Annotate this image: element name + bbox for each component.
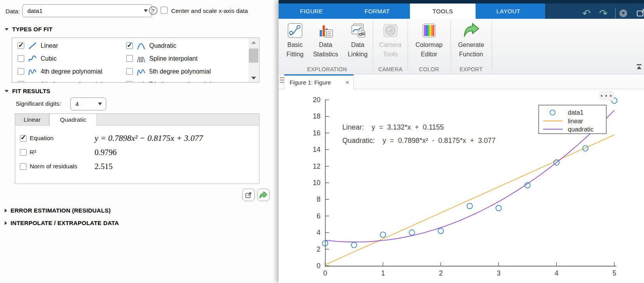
data-point[interactable] bbox=[351, 242, 357, 248]
fit-type-checkbox[interactable] bbox=[126, 55, 133, 62]
camera-tools-icon bbox=[381, 22, 399, 40]
data-linking-button[interactable]: DataLinking bbox=[343, 19, 372, 58]
basic-fitting-button[interactable]: BasicFitting bbox=[282, 19, 308, 58]
center-scale-label: Center and scale x-axis data bbox=[171, 7, 248, 14]
types-of-fit-title: TYPES OF FIT bbox=[12, 26, 52, 32]
fit-type-item[interactable]: 7th degree polynomial bbox=[126, 78, 259, 83]
collapse-toolstrip-icon[interactable] bbox=[636, 64, 642, 72]
significant-digits-label: Significant digits: bbox=[16, 100, 61, 107]
toolstrip-tabs: FIGUREFORMATTOOLSLAYOUT bbox=[279, 4, 541, 19]
fit-type-checkbox[interactable] bbox=[18, 68, 24, 75]
scrollbar-thumb[interactable] bbox=[249, 49, 258, 63]
undo-icon[interactable]: ↶ bbox=[582, 8, 591, 18]
toolstrip-tab-layout[interactable]: LAYOUT bbox=[476, 4, 541, 19]
linear-fit-icon bbox=[28, 41, 37, 50]
interpolate-extrapolate-header[interactable]: INTERPOLATE / EXTRAPOLATE DATA bbox=[5, 220, 119, 226]
data-statistics-button[interactable]: DataStatistics bbox=[308, 19, 343, 58]
data-point[interactable] bbox=[438, 228, 444, 234]
linear-fit-line[interactable] bbox=[325, 135, 614, 265]
chevron-down-icon bbox=[144, 9, 148, 12]
quadratic-equation-annotation: Quadratic: y = 0.7898*x² - 0.8175*x + 3.… bbox=[342, 137, 496, 145]
y-tick-label: 8 bbox=[317, 195, 320, 203]
fit-type-item[interactable]: Cubic bbox=[18, 52, 126, 65]
toolstrip-tab-format[interactable]: FORMAT bbox=[344, 4, 410, 19]
fit-type-item[interactable]: Linear bbox=[18, 39, 126, 52]
expand-triangle-icon bbox=[5, 221, 7, 225]
fit-results-header[interactable]: FIT RESULTS bbox=[5, 88, 50, 94]
colormap-editor-button[interactable]: ColormapEditor bbox=[409, 19, 449, 58]
y-tick-label: 4 bbox=[317, 229, 320, 236]
fit-result-checkbox[interactable] bbox=[20, 135, 27, 142]
fit-type-checkbox[interactable] bbox=[126, 81, 133, 83]
data-point[interactable] bbox=[380, 232, 386, 238]
data-statistics-icon bbox=[317, 22, 335, 40]
fit-type-item[interactable]: 6th degree polynomial bbox=[18, 78, 126, 83]
poly4-fit-icon bbox=[28, 67, 37, 76]
legend[interactable]: data1linearquadratic bbox=[539, 105, 606, 134]
fit-type-checkbox[interactable] bbox=[126, 42, 133, 49]
undock-window-icon[interactable] bbox=[637, 9, 644, 20]
fit-results-tab-quadratic[interactable]: Quadratic bbox=[49, 114, 97, 126]
fit-result-checkbox[interactable] bbox=[20, 149, 27, 156]
figure-axes[interactable]: 02468101214161820012345data1linearquadra… bbox=[279, 89, 644, 283]
fit-type-checkbox[interactable] bbox=[18, 42, 24, 49]
toolbar-group-export: GenerateFunctionEXPORT bbox=[451, 19, 491, 74]
figure-canvas: 02468101214161820012345data1linearquadra… bbox=[279, 89, 644, 283]
expand-results-button[interactable] bbox=[242, 189, 255, 201]
generate-function-icon bbox=[462, 22, 480, 40]
toolstrip-tab-tools[interactable]: TOOLS bbox=[410, 4, 476, 19]
fit-list-scrollbar[interactable] bbox=[249, 38, 259, 82]
data-label: Data: bbox=[5, 8, 20, 15]
significant-digits-select[interactable]: 4 bbox=[70, 97, 106, 110]
y-tick-label: 10 bbox=[313, 179, 321, 187]
y-tick-label: 14 bbox=[313, 146, 321, 153]
error-estimation-header[interactable]: ERROR ESTIMATION (RESIDUALS) bbox=[5, 207, 111, 214]
toolbar-group-divider bbox=[373, 21, 373, 70]
toolbar-group-label: COLOR bbox=[408, 66, 450, 72]
fit-results-tab-linear[interactable]: Linear bbox=[15, 114, 49, 125]
center-scale-checkbox[interactable] bbox=[161, 7, 168, 14]
expand-triangle-icon bbox=[5, 209, 7, 213]
cubic-fit-icon bbox=[28, 54, 37, 63]
close-icon[interactable]: × bbox=[345, 79, 349, 86]
fit-type-label: Quadratic bbox=[149, 42, 176, 49]
toolstrip-tab-figure[interactable]: FIGURE bbox=[279, 4, 344, 19]
quick-access-dropdown-icon[interactable] bbox=[619, 9, 627, 17]
axes-toolbar-ellipsis-icon[interactable]: • • • bbox=[599, 91, 614, 101]
y-tick-label: 6 bbox=[317, 212, 320, 220]
fit-result-label: R² bbox=[30, 149, 91, 156]
fit-type-checkbox[interactable] bbox=[18, 55, 24, 62]
fit-type-item[interactable]: 4th degree polynomial bbox=[18, 65, 126, 78]
types-of-fit-header[interactable]: TYPES OF FIT bbox=[5, 26, 52, 32]
data-point[interactable] bbox=[496, 205, 501, 211]
data-point[interactable] bbox=[467, 203, 472, 209]
fit-type-item[interactable]: Quadratic bbox=[126, 39, 259, 52]
data-point[interactable] bbox=[409, 230, 415, 235]
basic-fitting-icon bbox=[286, 22, 304, 40]
fit-type-item[interactable]: Spline interpolant bbox=[126, 52, 259, 65]
share-arrow-icon bbox=[259, 191, 268, 199]
generate-function-button[interactable]: GenerateFunction bbox=[452, 19, 491, 58]
drag-grip-icon[interactable] bbox=[280, 77, 284, 83]
fit-type-checkbox[interactable] bbox=[18, 81, 24, 83]
fit-results-title: FIT RESULTS bbox=[12, 88, 50, 94]
fit-type-item[interactable]: 5th degree polynomial bbox=[126, 65, 259, 78]
fit-result-checkbox[interactable] bbox=[20, 163, 27, 170]
fit-result-label: Equation bbox=[30, 135, 91, 142]
fit-type-checkbox[interactable] bbox=[126, 68, 133, 75]
legend-label-data1: data1 bbox=[568, 109, 583, 116]
fit-result-row: Equationy = 0.7898x² − 0.8175x + 3.077 bbox=[20, 131, 259, 145]
collapse-triangle-icon bbox=[5, 90, 9, 92]
figure-document-tab[interactable]: Figure 1: Figure × bbox=[284, 74, 354, 89]
basic-fitting-panel: Data: data1 ? Center and scale x-axis da… bbox=[0, 0, 279, 283]
export-fit-button[interactable] bbox=[257, 189, 270, 201]
poly7-fit-icon bbox=[136, 80, 146, 83]
legend-label-quadratic: quadratic bbox=[568, 126, 594, 133]
scroll-down-icon[interactable] bbox=[249, 74, 259, 82]
help-icon[interactable]: ? bbox=[149, 6, 157, 15]
scroll-up-icon[interactable] bbox=[249, 38, 259, 46]
fit-result-label: Norm of residuals bbox=[30, 163, 91, 170]
redo-icon[interactable]: ↷ bbox=[599, 8, 608, 18]
toolbar-button-label: Data bbox=[319, 41, 332, 49]
data-select[interactable]: data1 bbox=[22, 4, 152, 17]
